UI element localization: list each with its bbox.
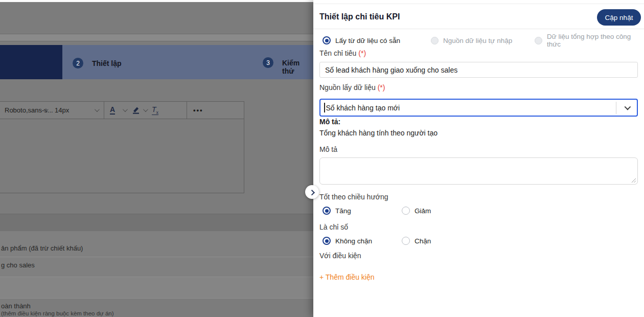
- description-readonly-value: Tổng khách hàng tính theo người tạo: [319, 129, 438, 137]
- step-wizard-bar: 2 Thiết lập 3 Kiểm thử: [0, 45, 313, 79]
- radio-source-formula[interactable]: Dữ liệu tổng hợp theo công thức: [535, 36, 644, 45]
- step-2-label[interactable]: Thiết lập: [92, 59, 122, 67]
- required-mark: (*): [358, 49, 366, 57]
- condition-label: Với điều kiện: [319, 252, 361, 260]
- radio-label: Dữ liệu tổng hợp theo công thức: [547, 33, 644, 48]
- radio-unselected-icon: [402, 237, 410, 245]
- description-field-label: Mô tả: [319, 145, 337, 153]
- font-color-chevron[interactable]: [123, 102, 126, 119]
- highlight-chevron[interactable]: [143, 102, 147, 119]
- radio-label: Nguồn dữ liệu tự nhập: [443, 37, 512, 44]
- add-condition-link[interactable]: + Thêm điều kiện: [319, 273, 375, 281]
- top-bar: [0, 0, 313, 2]
- font-size-dropdown[interactable]: 14px: [55, 102, 69, 119]
- direction-group-label: Tốt theo chiều hướng: [319, 193, 388, 201]
- radio-label: Giảm: [415, 207, 431, 215]
- indicator-group-label: Là chỉ số: [319, 223, 348, 231]
- update-button[interactable]: Cập nhật: [597, 9, 641, 26]
- step-2-circle[interactable]: 2: [73, 58, 83, 69]
- list-row-highlight: [0, 277, 313, 298]
- divider: [0, 41, 313, 41]
- radio-direction-increase[interactable]: Tăng: [323, 206, 351, 215]
- radio-label: Lấy từ dữ liệu có sẵn: [335, 37, 400, 44]
- editor-content-area[interactable]: [0, 119, 244, 193]
- radio-label: Chặn: [415, 237, 431, 245]
- clear-format-button[interactable]: Tx: [152, 102, 158, 119]
- step-3-circle[interactable]: 3: [263, 57, 273, 68]
- radio-source-manual[interactable]: Nguồn dữ liệu tự nhập: [431, 36, 512, 45]
- list-item: ản phẩm (đã trừ chiết khấu): [1, 244, 83, 252]
- row-divider: [0, 257, 313, 257]
- radio-unselected-icon: [402, 207, 410, 215]
- editor-toolbar: Roboto,sans-s... 14px A Tx •••: [0, 101, 244, 119]
- chevron-down-icon: [143, 107, 148, 112]
- chevron-down-icon: [95, 107, 100, 112]
- toolbar-divider: [187, 102, 187, 119]
- row-divider: [0, 298, 313, 299]
- select-chevron-button[interactable]: [616, 100, 637, 116]
- radio-label: Tăng: [335, 207, 351, 215]
- name-field-label: Tên chỉ tiêu (*): [319, 49, 366, 57]
- radio-indicator-unblocked[interactable]: Không chặn: [323, 236, 372, 245]
- sub-header-band: [0, 34, 313, 41]
- list-item: g cho sales: [1, 261, 35, 269]
- collapse-drawer-button[interactable]: [305, 185, 319, 199]
- section-header-band: [0, 214, 313, 231]
- font-family-chevron[interactable]: [43, 102, 47, 119]
- radio-selected-icon: [323, 36, 331, 44]
- divider: [313, 29, 644, 29]
- chevron-down-icon: [123, 107, 128, 112]
- kpi-settings-drawer: Thiết lập chỉ tiêu KPI Cập nhật Lấy từ d…: [313, 0, 644, 317]
- radio-disabled-icon: [431, 37, 439, 44]
- highlight-pen-icon: [131, 106, 141, 114]
- radio-selected-icon: [323, 237, 331, 245]
- list-item: oàn thành: [1, 302, 31, 310]
- divider: [313, 4, 644, 4]
- radio-indicator-blocked[interactable]: Chặn: [402, 236, 431, 245]
- datasource-selected-value: Số khách hàng tạo mới: [326, 104, 616, 112]
- radio-direction-decrease[interactable]: Giảm: [402, 206, 431, 215]
- chevron-down-icon: [624, 104, 631, 110]
- list-rows-background: [0, 231, 313, 277]
- resize-handle-icon[interactable]: [631, 178, 636, 183]
- datasource-field-label: Nguồn lấy dữ liệu (*): [319, 83, 385, 92]
- description-textarea[interactable]: [319, 157, 638, 185]
- text-caret: [324, 103, 325, 112]
- drawer-title: Thiết lập chỉ tiêu KPI: [319, 12, 400, 21]
- screen: 2 Thiết lập 3 Kiểm thử Roboto,sans-s... …: [0, 0, 644, 317]
- description-readonly-label: Mô tả:: [319, 118, 340, 126]
- toolbar-divider: [104, 102, 104, 119]
- step-3-label[interactable]: Kiểm thử: [282, 59, 313, 75]
- datasource-select[interactable]: Số khách hàng tạo mới: [319, 99, 638, 117]
- radio-selected-icon: [323, 207, 331, 215]
- dimmed-background: 2 Thiết lập 3 Kiểm thử Roboto,sans-s... …: [0, 0, 313, 317]
- clear-format-icon: Tx: [152, 105, 158, 116]
- radio-source-available[interactable]: Lấy từ dữ liệu có sẵn: [323, 36, 400, 45]
- font-size-chevron[interactable]: [95, 102, 98, 119]
- font-color-icon: A: [110, 106, 115, 115]
- chevron-right-icon: [309, 190, 314, 195]
- radio-label: Không chặn: [335, 237, 372, 245]
- more-tools-button[interactable]: •••: [193, 102, 203, 119]
- list-item-note: (thêm điều kiện ràng buộc kèm theo dự án…: [1, 310, 114, 316]
- step-1-active-segment: [0, 45, 62, 79]
- name-input[interactable]: [319, 62, 638, 78]
- highlight-button[interactable]: [131, 102, 141, 119]
- radio-disabled-icon: [535, 37, 542, 44]
- required-mark: (*): [378, 83, 385, 92]
- font-color-button[interactable]: A: [110, 102, 115, 119]
